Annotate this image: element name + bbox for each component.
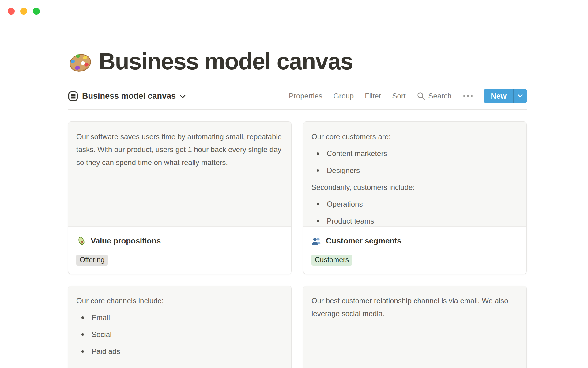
card-title: Value propositions bbox=[91, 236, 161, 246]
search-icon bbox=[417, 92, 425, 100]
gallery-card[interactable]: Our core customers are:Content marketers… bbox=[303, 121, 527, 274]
card-preview-bullet-item: Email bbox=[76, 311, 283, 324]
card-tag: Customers bbox=[311, 255, 352, 266]
card-tag: Offering bbox=[76, 255, 108, 266]
new-options-button[interactable] bbox=[513, 89, 527, 103]
filter-button[interactable]: Filter bbox=[365, 92, 381, 100]
gallery-card[interactable]: Our best customer relationship channel i… bbox=[303, 286, 527, 368]
card-preview-bullet-list: OperationsProduct teams bbox=[311, 198, 518, 227]
card-preview-paragraph: Our core customers are: bbox=[311, 130, 518, 143]
toolbar-divider bbox=[68, 109, 527, 110]
card-preview: Our core customers are:Content marketers… bbox=[303, 122, 526, 227]
search-label: Search bbox=[428, 92, 452, 100]
zoom-window-button[interactable] bbox=[33, 8, 40, 15]
group-button[interactable]: Group bbox=[333, 92, 354, 100]
gallery-card[interactable]: Our core channels include:EmailSocialPai… bbox=[68, 286, 292, 368]
search-button[interactable]: Search bbox=[417, 92, 452, 100]
card-footer: Customer segments Customers bbox=[303, 227, 526, 274]
card-preview-paragraph: Our software saves users time by automat… bbox=[76, 130, 283, 169]
card-preview-bullet-list: EmailSocialPaid ads bbox=[76, 311, 283, 358]
properties-button[interactable]: Properties bbox=[289, 92, 322, 100]
view-name: Business model canvas bbox=[82, 91, 176, 101]
card-preview-bullet-item: Designers bbox=[311, 164, 518, 177]
card-preview-bullet-item: Content marketers bbox=[311, 147, 518, 160]
card-preview-paragraph: Secondarily, customers include: bbox=[311, 181, 518, 194]
gallery-view-icon bbox=[68, 91, 78, 101]
gallery-card[interactable]: Our software saves users time by automat… bbox=[68, 121, 292, 274]
card-preview-paragraph: Our best customer relationship channel i… bbox=[311, 294, 518, 320]
toolbar-actions: Properties Group Filter Sort Search New bbox=[289, 89, 527, 103]
card-footer: Value propositions Offering bbox=[68, 227, 291, 274]
card-preview: Our best customer relationship channel i… bbox=[303, 286, 526, 368]
page-content: Business model canvas Business model can… bbox=[68, 0, 527, 368]
card-preview-paragraph: Our core channels include: bbox=[76, 294, 283, 307]
card-preview-bullet-item: Product teams bbox=[311, 215, 518, 227]
minimize-window-button[interactable] bbox=[20, 8, 27, 15]
new-button[interactable]: New bbox=[484, 89, 513, 103]
card-emoji-icon bbox=[76, 236, 86, 246]
card-emoji-icon bbox=[311, 236, 322, 246]
more-options-button[interactable] bbox=[463, 94, 473, 98]
window-controls bbox=[8, 8, 40, 15]
new-split-button: New bbox=[484, 89, 527, 103]
close-window-button[interactable] bbox=[8, 8, 15, 15]
card-preview-bullet-list: Content marketersDesigners bbox=[311, 147, 518, 177]
page-header: Business model canvas bbox=[68, 48, 527, 75]
card-preview-bullet-item: Operations bbox=[311, 198, 518, 211]
card-title: Customer segments bbox=[326, 236, 401, 246]
card-preview-bullet-item: Social bbox=[76, 328, 283, 341]
sort-button[interactable]: Sort bbox=[392, 92, 406, 100]
chevron-down-icon bbox=[180, 94, 186, 98]
card-preview: Our core channels include:EmailSocialPai… bbox=[68, 286, 291, 368]
page-title[interactable]: Business model canvas bbox=[99, 48, 353, 75]
ellipsis-icon bbox=[463, 94, 473, 98]
card-preview-bullet-item: Paid ads bbox=[76, 345, 283, 358]
gallery-card-grid: Our software saves users time by automat… bbox=[68, 121, 527, 368]
chevron-down-icon bbox=[518, 93, 523, 99]
palette-icon[interactable] bbox=[68, 49, 92, 74]
collection-toolbar: Business model canvas Properties Group F… bbox=[68, 89, 527, 103]
card-preview: Our software saves users time by automat… bbox=[68, 122, 291, 227]
view-selector[interactable]: Business model canvas bbox=[68, 91, 186, 101]
